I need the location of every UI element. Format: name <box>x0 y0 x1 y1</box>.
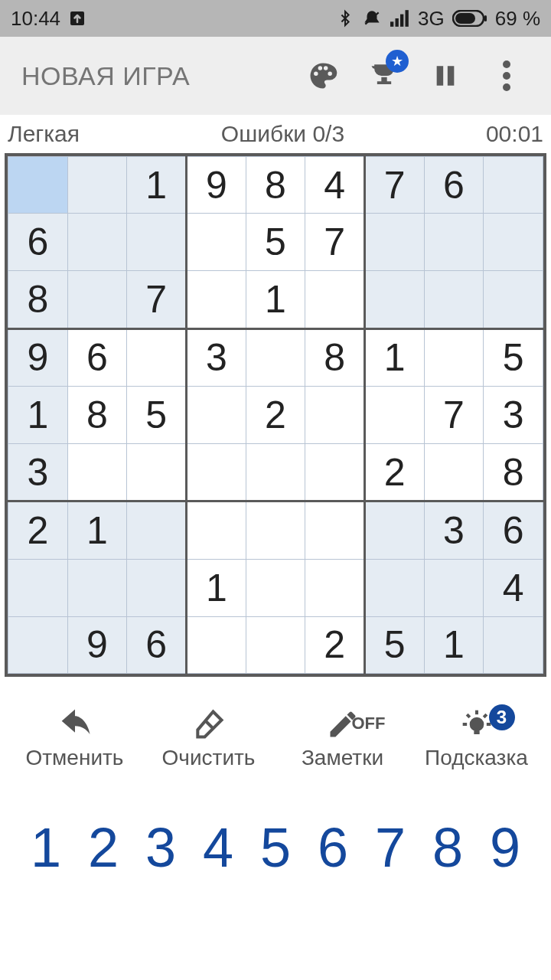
pad-number[interactable]: 3 <box>133 816 188 879</box>
cell[interactable] <box>67 157 127 214</box>
cell[interactable]: 2 <box>246 387 305 443</box>
cell[interactable] <box>67 443 127 501</box>
cell[interactable] <box>127 328 187 387</box>
pad-number[interactable]: 9 <box>478 816 533 879</box>
cell[interactable] <box>186 616 246 674</box>
cell[interactable]: 8 <box>305 328 365 387</box>
hint-button[interactable]: 3 Подсказка <box>409 707 543 770</box>
undo-button[interactable]: Отменить <box>8 707 142 770</box>
cell[interactable]: 1 <box>186 560 246 616</box>
cell[interactable] <box>364 560 424 616</box>
cell[interactable]: 1 <box>246 270 305 328</box>
pad-number[interactable]: 6 <box>305 816 360 879</box>
cell[interactable]: 6 <box>127 616 187 674</box>
cell[interactable] <box>127 501 187 560</box>
cell[interactable] <box>305 270 365 328</box>
cell[interactable] <box>305 387 365 443</box>
cell[interactable]: 2 <box>8 501 68 560</box>
cell[interactable] <box>484 616 543 674</box>
pad-number[interactable]: 5 <box>248 816 303 879</box>
cell[interactable] <box>186 270 246 328</box>
cell[interactable]: 6 <box>424 157 484 214</box>
achievements-button[interactable]: ★ <box>354 45 415 106</box>
cell[interactable]: 1 <box>364 328 424 387</box>
cell[interactable] <box>246 328 305 387</box>
cell[interactable] <box>67 560 127 616</box>
cell[interactable] <box>305 560 365 616</box>
cell[interactable]: 3 <box>186 328 246 387</box>
cell[interactable] <box>364 387 424 443</box>
cell[interactable] <box>484 157 543 214</box>
cell[interactable]: 5 <box>246 214 305 270</box>
cell[interactable] <box>246 616 305 674</box>
notes-state: OFF <box>352 714 386 733</box>
cell[interactable] <box>246 501 305 560</box>
cell[interactable] <box>67 270 127 328</box>
cell[interactable]: 2 <box>364 443 424 501</box>
cell[interactable]: 1 <box>424 616 484 674</box>
cell[interactable] <box>364 501 424 560</box>
cell[interactable] <box>424 214 484 270</box>
cell[interactable] <box>424 443 484 501</box>
cell[interactable] <box>364 214 424 270</box>
pause-button[interactable] <box>415 45 476 106</box>
cell[interactable]: 8 <box>8 270 68 328</box>
cell[interactable]: 6 <box>67 328 127 387</box>
pad-number[interactable]: 8 <box>420 816 475 879</box>
pad-number[interactable]: 2 <box>76 816 131 879</box>
cell[interactable] <box>424 560 484 616</box>
cell[interactable] <box>127 214 187 270</box>
cell[interactable] <box>484 214 543 270</box>
cell[interactable] <box>127 560 187 616</box>
cell[interactable] <box>305 443 365 501</box>
notes-button[interactable]: OFF Заметки <box>276 707 409 770</box>
cell[interactable]: 9 <box>67 616 127 674</box>
cell[interactable] <box>246 560 305 616</box>
pad-number[interactable]: 4 <box>191 816 246 879</box>
cell[interactable]: 1 <box>127 157 187 214</box>
cell[interactable] <box>484 270 543 328</box>
cell[interactable]: 1 <box>8 387 68 443</box>
cell[interactable] <box>127 443 187 501</box>
cell[interactable] <box>8 616 68 674</box>
cell[interactable]: 5 <box>484 328 543 387</box>
cell[interactable]: 4 <box>484 560 543 616</box>
cell[interactable]: 8 <box>246 157 305 214</box>
pad-number[interactable]: 7 <box>363 816 418 879</box>
cell[interactable] <box>246 443 305 501</box>
cell[interactable] <box>67 214 127 270</box>
theme-button[interactable] <box>292 45 354 106</box>
cell[interactable]: 7 <box>305 214 365 270</box>
cell[interactable]: 8 <box>484 443 543 501</box>
cell[interactable] <box>186 387 246 443</box>
cell[interactable]: 7 <box>424 387 484 443</box>
cell[interactable]: 2 <box>305 616 365 674</box>
cell[interactable]: 3 <box>8 443 68 501</box>
cell[interactable] <box>186 501 246 560</box>
cell[interactable]: 5 <box>127 387 187 443</box>
cell[interactable] <box>424 328 484 387</box>
cell[interactable]: 3 <box>424 501 484 560</box>
cell[interactable]: 6 <box>8 214 68 270</box>
cell[interactable]: 4 <box>305 157 365 214</box>
cell[interactable]: 6 <box>484 501 543 560</box>
cell[interactable]: 9 <box>8 328 68 387</box>
appbar-title[interactable]: НОВАЯ ИГРА <box>21 61 292 91</box>
erase-button[interactable]: Очистить <box>142 707 276 770</box>
cell[interactable] <box>8 560 68 616</box>
cell[interactable]: 8 <box>67 387 127 443</box>
cell[interactable]: 3 <box>484 387 543 443</box>
cell[interactable]: 5 <box>364 616 424 674</box>
cell[interactable] <box>186 214 246 270</box>
cell[interactable]: 1 <box>67 501 127 560</box>
cell[interactable] <box>305 501 365 560</box>
cell[interactable] <box>424 270 484 328</box>
cell[interactable]: 9 <box>186 157 246 214</box>
more-button[interactable] <box>476 45 537 106</box>
cell[interactable]: 7 <box>364 157 424 214</box>
cell[interactable] <box>364 270 424 328</box>
cell[interactable] <box>186 443 246 501</box>
cell[interactable] <box>8 157 68 214</box>
pad-number[interactable]: 1 <box>18 816 73 879</box>
cell[interactable]: 7 <box>127 270 187 328</box>
